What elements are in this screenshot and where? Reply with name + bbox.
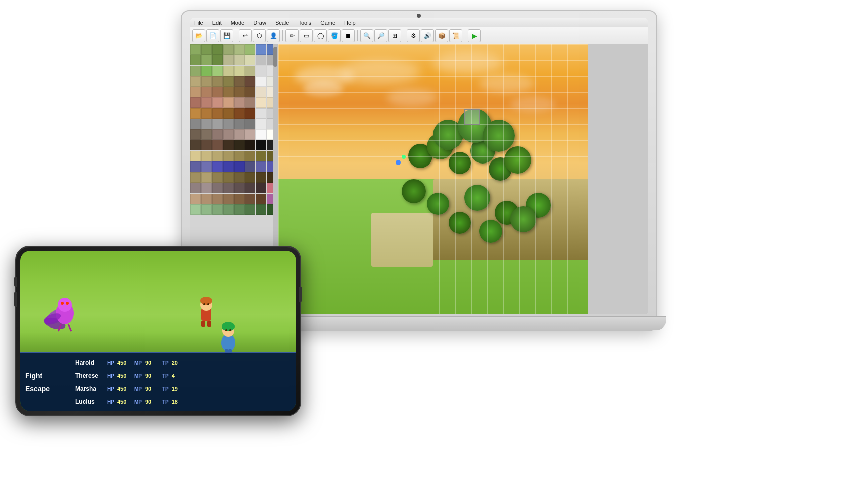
tool-zoom-in[interactable]: 🔍 xyxy=(360,29,373,42)
tile-cell[interactable] xyxy=(201,97,212,108)
tile-cell[interactable] xyxy=(256,66,266,76)
tile-cell[interactable] xyxy=(245,66,255,76)
tile-cell[interactable] xyxy=(201,55,212,65)
tile-cell[interactable] xyxy=(212,194,223,204)
tool-new[interactable]: 📄 xyxy=(206,29,219,42)
tile-cell[interactable] xyxy=(201,161,212,172)
tile-cell[interactable] xyxy=(245,140,255,150)
tile-cell[interactable] xyxy=(256,161,266,172)
tile-cell[interactable] xyxy=(201,194,212,204)
tile-cell[interactable] xyxy=(212,55,223,65)
tile-cell[interactable] xyxy=(190,140,201,150)
menu-scale[interactable]: Scale xyxy=(273,20,292,26)
tile-cell[interactable] xyxy=(223,129,234,140)
tool-resource[interactable]: 📦 xyxy=(435,29,448,42)
tile-cell[interactable] xyxy=(212,204,223,215)
tile-cell[interactable] xyxy=(245,172,255,183)
tool-save[interactable]: 💾 xyxy=(220,29,233,42)
tile-cell[interactable] xyxy=(201,108,212,119)
tile-cell[interactable] xyxy=(234,87,245,97)
menu-tools[interactable]: Tools xyxy=(296,20,313,26)
tile-cell[interactable] xyxy=(223,108,234,119)
tile-cell[interactable] xyxy=(212,172,223,183)
tile-cell[interactable] xyxy=(190,194,201,204)
tile-cell[interactable] xyxy=(256,129,266,140)
tile-cell[interactable] xyxy=(201,140,212,150)
tile-scrollbar[interactable] xyxy=(273,44,278,264)
tool-fill[interactable]: 🪣 xyxy=(328,29,341,42)
tile-cell[interactable] xyxy=(223,140,234,150)
tile-cell[interactable] xyxy=(245,119,255,129)
tile-cell[interactable] xyxy=(234,183,245,193)
tile-cell[interactable] xyxy=(234,204,245,215)
tile-cell[interactable] xyxy=(256,183,266,193)
tile-cell[interactable] xyxy=(234,151,245,161)
tile-cell[interactable] xyxy=(223,87,234,97)
tile-cell[interactable] xyxy=(190,204,201,215)
tool-rect[interactable]: ▭ xyxy=(300,29,313,42)
tool-terrain[interactable]: ⬡ xyxy=(253,29,266,42)
tile-cell[interactable] xyxy=(212,129,223,140)
tile-cell[interactable] xyxy=(223,204,234,215)
tool-shadow[interactable]: ◼ xyxy=(342,29,355,42)
tile-cell[interactable] xyxy=(234,129,245,140)
tile-cell[interactable] xyxy=(201,151,212,161)
menu-mode[interactable]: Mode xyxy=(229,20,247,26)
tile-cell[interactable] xyxy=(212,140,223,150)
phone-vol-up-button[interactable] xyxy=(14,277,17,287)
tile-cell[interactable] xyxy=(190,151,201,161)
tile-cell[interactable] xyxy=(234,66,245,76)
tile-cell[interactable] xyxy=(201,44,212,55)
tile-cell[interactable] xyxy=(190,119,201,129)
tile-cell[interactable] xyxy=(245,194,255,204)
tool-zoom-out[interactable]: 🔎 xyxy=(374,29,387,42)
tile-cell[interactable] xyxy=(234,97,245,108)
tile-cell[interactable] xyxy=(190,172,201,183)
tile-cell[interactable] xyxy=(245,55,255,65)
tile-cell[interactable] xyxy=(212,183,223,193)
escape-button[interactable]: Escape xyxy=(25,384,65,394)
tile-cell[interactable] xyxy=(245,76,255,87)
tile-cell[interactable] xyxy=(256,44,266,55)
tool-sound[interactable]: 🔊 xyxy=(421,29,434,42)
tile-cell[interactable] xyxy=(234,108,245,119)
tool-ellipse[interactable]: ◯ xyxy=(314,29,327,42)
tile-cell[interactable] xyxy=(223,44,234,55)
tile-cell[interactable] xyxy=(201,204,212,215)
tile-cell[interactable] xyxy=(256,76,266,87)
tile-cell[interactable] xyxy=(234,44,245,55)
phone-power-button[interactable] xyxy=(299,287,302,302)
tile-cell[interactable] xyxy=(234,194,245,204)
tile-cell[interactable] xyxy=(201,76,212,87)
tool-undo[interactable]: ↩ xyxy=(239,29,252,42)
tool-script[interactable]: 📜 xyxy=(449,29,462,42)
tile-cell[interactable] xyxy=(245,183,255,193)
tile-cell[interactable] xyxy=(245,129,255,140)
tool-play[interactable]: ▶ xyxy=(468,29,481,42)
menu-help[interactable]: Help xyxy=(342,20,358,26)
tile-cell[interactable] xyxy=(234,140,245,150)
tile-cell[interactable] xyxy=(223,194,234,204)
tile-cell[interactable] xyxy=(245,204,255,215)
tile-cell[interactable] xyxy=(256,151,266,161)
map-canvas[interactable] xyxy=(278,44,588,314)
tile-cell[interactable] xyxy=(190,66,201,76)
tile-cell[interactable] xyxy=(212,97,223,108)
tile-cell[interactable] xyxy=(201,119,212,129)
tile-cell[interactable] xyxy=(212,119,223,129)
tile-cell[interactable] xyxy=(212,108,223,119)
tile-cell[interactable] xyxy=(245,108,255,119)
menu-file[interactable]: File xyxy=(192,20,205,26)
phone-vol-down-button[interactable] xyxy=(14,292,17,307)
tile-cell[interactable] xyxy=(245,44,255,55)
tile-cell[interactable] xyxy=(190,97,201,108)
tile-cell[interactable] xyxy=(190,108,201,119)
tile-cell[interactable] xyxy=(223,66,234,76)
tile-cell[interactable] xyxy=(245,161,255,172)
menu-game[interactable]: Game xyxy=(318,20,337,26)
tile-cell[interactable] xyxy=(201,172,212,183)
tile-cell[interactable] xyxy=(190,129,201,140)
tile-cell[interactable] xyxy=(245,97,255,108)
menu-edit[interactable]: Edit xyxy=(210,20,224,26)
tile-cell[interactable] xyxy=(190,87,201,97)
